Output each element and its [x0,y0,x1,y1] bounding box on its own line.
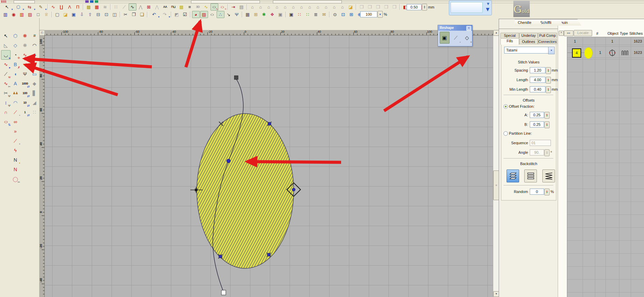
distance-spinner[interactable]: ▲▼ [422,4,427,11]
lattice-fill[interactable]: ⊠ [145,3,153,11]
3d-effect[interactable]: 3D [194,3,202,11]
grid-toggle[interactable]: ▦ [244,11,252,18]
figure-gray-1[interactable]: ◆ [30,79,39,88]
tab-fills[interactable]: Fills [500,38,519,45]
close-icon[interactable]: × [466,26,471,31]
smart-fill-tool[interactable]: ◕ [192,11,200,18]
chain-connector-tool[interactable]: ∞ [11,117,20,127]
e-stitch[interactable]: ∐ [58,3,65,11]
undo[interactable]: ↶▾ [149,11,159,18]
angle-spinner[interactable]: ▲▼ [544,149,550,156]
distance-field[interactable]: 0.50 [407,4,422,10]
hatch-fill-tool[interactable]: ▨ [200,11,208,18]
select-tool[interactable]: ↖▾ [2,3,13,11]
pan-button[interactable]: »« [564,30,573,36]
satin-stitch[interactable]: ∿ [49,3,57,11]
zoom-tool[interactable]: ⊙ [331,11,339,18]
chevron-down-icon[interactable]: ▼ [486,1,490,6]
spacing-field[interactable]: 1.20 [530,67,545,73]
monogramming-tool[interactable]: ♕ [43,11,50,18]
rectangle-digitize-tool[interactable]: ▭ [30,69,39,79]
chevron-down-icon[interactable]: ▼ [485,6,491,13]
tatami-type-icon[interactable] [621,50,629,56]
select-marquee[interactable]: □ [34,11,42,18]
spool-button-5[interactable]: ⌂ [281,3,289,11]
stitch-list[interactable]: ▤ [238,3,246,11]
sequence-field[interactable]: 01 [530,140,551,146]
offset-a-spinner[interactable]: ▲▼ [544,112,550,119]
disabled-edit-1[interactable]: ❒ [358,3,366,11]
satin-column-tool[interactable]: ∿ [20,50,30,60]
connector-arrows-tool[interactable]: » [11,127,20,136]
program-split-fill[interactable]: ▦ [93,3,101,11]
wave-fill[interactable]: ≋ [101,3,109,11]
design-properties[interactable]: ✉ [320,11,328,18]
spool-button-11[interactable]: ⌂ [331,3,338,11]
disabled-edit-5[interactable]: ❒ [391,3,398,11]
stitch-type-combo[interactable]: Tatami [504,47,551,54]
min-length-spinner[interactable]: ▲▼ [546,86,551,93]
spool-button-12[interactable]: ⌂ [339,3,347,11]
thread-colors-blue[interactable]: ▥ [2,11,10,18]
spool-button-3[interactable]: ⌂ [265,3,273,11]
remove-lettering-tool[interactable]: B✗ [11,60,20,69]
wreath-tool[interactable]: ○⇅ [1,117,11,127]
rotate-oval-tool[interactable]: ○↻ [20,60,30,69]
random-field[interactable]: 0 [530,189,544,195]
tab-connectors[interactable]: Connectors [538,39,557,44]
figure-gray-3[interactable]: ◢ [30,98,39,107]
stitch-dots-green[interactable]: ∷ [304,11,312,18]
figure-gray-2[interactable]: ▋ [30,88,39,98]
color-chip-4[interactable]: 4 [572,48,581,58]
zigzag-fill[interactable]: ∿ [129,3,136,11]
reshape-node-mode[interactable]: ⟋▪ [451,32,461,44]
spool-button-8[interactable]: ⌂ [306,3,314,11]
v-ruler[interactable]: 100806040200-20-40 [39,35,45,297]
backstitch-diagonal-button[interactable] [542,169,555,182]
travel-10-stitches[interactable]: 10⇄ [20,98,30,107]
thread-colors-red[interactable]: ▥ [18,11,26,18]
zoom-1-1[interactable]: ⊡ [339,11,347,18]
node-path-tool[interactable]: N▪ [11,155,20,165]
run-stitch[interactable]: Π [74,3,82,11]
disabled-edit-3[interactable]: ❒ [374,3,382,11]
thread-colors-circle[interactable]: ◉ [10,11,18,18]
visor-shape-tool[interactable]: ◖ [11,69,20,79]
closed-object-anchor-tool[interactable]: ◔✛ [11,50,20,60]
tab-outlines[interactable]: Outlines [519,39,538,44]
tab-pull-comp[interactable]: Pull Comp [538,33,557,38]
measure-tool[interactable]: ↘ [225,11,233,18]
paste[interactable]: ❏ [138,11,146,18]
copy[interactable]: ❐ [130,11,138,18]
reshape-tool[interactable]: ⬡▾ [13,3,24,11]
add-node-mode[interactable]: ◇+ [462,32,472,44]
sequin-dot-fill[interactable]: ▩ [178,3,186,11]
polygon-select-tool[interactable]: ◺ [1,41,11,50]
scissors-needle-tool[interactable]: ✂Ψ [1,88,11,98]
zoom-factor-dropdown[interactable]: ▼ [378,11,383,18]
spool-button-6[interactable]: ⌂ [290,3,297,11]
zoom-factor-field[interactable]: 100 [360,11,377,17]
curve-end-square-bottom[interactable] [221,290,226,295]
satin-advanced-tool[interactable]: ∿▸ [1,60,11,69]
collapse-button[interactable]: ^ [559,31,564,36]
partition-line-radio[interactable] [503,131,508,136]
canvas-vertical-scrollbar[interactable]: ▲ ≡ ▼ [493,30,499,297]
picture-frame[interactable]: ▣ [277,11,284,18]
monogram-gray[interactable]: ❋ [20,41,30,50]
applique-tool[interactable]: ▨ [26,11,34,18]
curved-fill[interactable]: ○∿ [210,3,218,11]
chevron-down-icon[interactable]: ▼ [548,47,555,54]
reshape-object-tool[interactable]: ⬡ [11,31,20,41]
combo-value-area[interactable] [451,2,483,13]
fan-stitch-tool[interactable]: ∩ [1,107,11,117]
locate-button[interactable]: Locate [574,30,592,36]
spool-button-7[interactable]: ⌂ [298,3,306,11]
design-canvas[interactable] [44,35,493,297]
length-spinner[interactable]: ▲▼ [546,77,551,84]
overview-window[interactable]: ⊞ [252,11,260,18]
reshape-object-mode[interactable]: ▣ [440,32,450,44]
redo[interactable]: ↷▾ [160,11,170,18]
length-field[interactable]: 4.00 [530,77,545,83]
reshape-polygon-tool[interactable]: ◇ [11,41,20,50]
